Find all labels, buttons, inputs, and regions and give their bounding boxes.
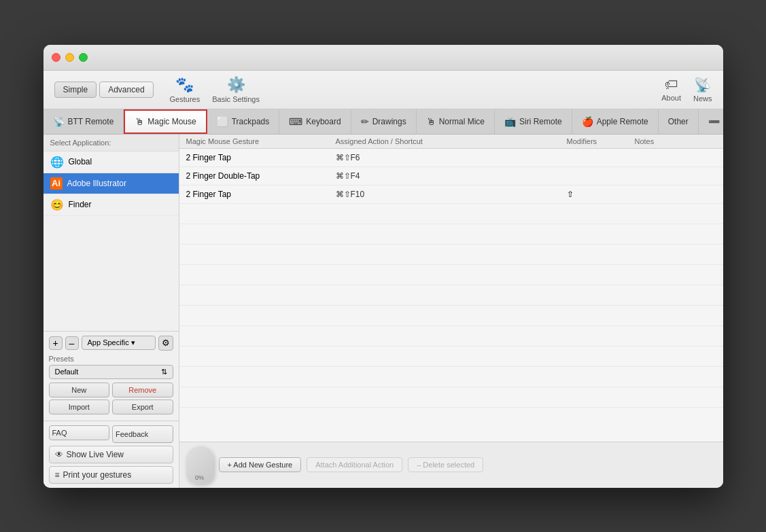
finder-icon: 😊 <box>50 198 64 211</box>
tab-apple-remote-label: Apple Remote <box>597 117 648 126</box>
faq-button[interactable]: FAQ <box>49 425 110 440</box>
attach-action-button[interactable]: Attach Additional Action <box>307 457 402 472</box>
add-gesture-button[interactable]: + Add New Gesture <box>219 457 302 472</box>
sidebar-item-global-label: Global <box>69 157 92 166</box>
settings-icon: ⚙️ <box>227 76 245 94</box>
news-icon-group[interactable]: 📡 News <box>693 77 712 103</box>
normal-mice-icon: 🖱 <box>426 116 436 127</box>
tab-keyboard[interactable]: ⌨ Keyboard <box>279 109 351 134</box>
gesture-row-empty-2 <box>179 224 723 245</box>
tab-trackpads[interactable]: ⬜ Trackpads <box>207 109 280 134</box>
toolbar-right: 🏷 About 📡 News <box>661 77 712 103</box>
import-button[interactable]: Import <box>49 400 110 414</box>
keyboard-icon: ⌨ <box>289 116 302 127</box>
print-gestures-button[interactable]: ≡ Print your gestures <box>49 466 173 484</box>
trackpad-icon: ⬜ <box>217 116 228 127</box>
add-app-button[interactable]: + <box>49 336 63 350</box>
tab-drawings[interactable]: ✏ Drawings <box>351 109 417 134</box>
print-icon: ≡ <box>55 470 60 480</box>
toolbar-icons: 🐾 Gestures ⚙️ Basic Settings <box>170 76 260 103</box>
tab-leap[interactable]: ➖ Leap <box>699 109 723 134</box>
app-specific-dropdown[interactable]: App Specific ▾ <box>82 336 156 350</box>
gesture-2-shortcut: ⌘⇧F4 <box>336 171 567 181</box>
main-window: Simple Advanced 🐾 Gestures ⚙️ Basic Sett… <box>43 45 723 488</box>
col-notes-header: Notes <box>635 137 716 145</box>
gesture-row-empty-4 <box>179 265 723 285</box>
gesture-3-name: 2 Finger Tap <box>186 190 336 199</box>
remove-app-button[interactable]: – <box>65 336 79 350</box>
gesture-table-header: Magic Mouse Gesture Assigned Action / Sh… <box>179 135 723 149</box>
bottom-buttons: FAQ Feedback 👁 Show Live View ≡ Print yo… <box>43 421 179 488</box>
tab-btt-remote-label: BTT Remote <box>68 117 114 126</box>
preset-new-remove-row: New Remove <box>49 383 173 397</box>
tab-siri-remote-label: Siri Remote <box>519 117 562 126</box>
tab-normal-mice[interactable]: 🖱 Normal Mice <box>417 109 495 134</box>
gesture-row-empty-9 <box>179 367 723 387</box>
gestures-icon-group[interactable]: 🐾 Gestures <box>170 76 201 103</box>
gesture-row-empty-6 <box>179 306 723 326</box>
gestures-label: Gestures <box>170 95 201 103</box>
remove-preset-button[interactable]: Remove <box>112 383 173 397</box>
tab-btt-remote[interactable]: 📡 BTT Remote <box>43 109 124 134</box>
export-button[interactable]: Export <box>112 400 173 414</box>
app-specific-label: App Specific ▾ <box>88 338 135 347</box>
global-icon: 🌐 <box>50 156 64 169</box>
tab-siri-remote[interactable]: 📺 Siri Remote <box>495 109 572 134</box>
gesture-row-empty-8 <box>179 347 723 367</box>
tab-trackpads-label: Trackpads <box>232 117 270 126</box>
sidebar-controls: + – App Specific ▾ ⚙ <box>49 336 173 351</box>
print-label: Print your gestures <box>63 470 132 480</box>
delete-selected-button[interactable]: – Delete selected <box>408 457 483 472</box>
about-icon-group[interactable]: 🏷 About <box>661 77 681 103</box>
advanced-button[interactable]: Advanced <box>99 82 153 98</box>
gesture-row-empty-3 <box>179 245 723 265</box>
gesture-row-2[interactable]: 2 Finger Double-Tap ⌘⇧F4 <box>179 167 723 185</box>
gesture-row-empty-1 <box>179 204 723 224</box>
new-preset-button[interactable]: New <box>49 383 110 397</box>
gesture-footer: 0% + Add New Gesture Attach Additional A… <box>179 442 723 488</box>
magic-mouse-icon: 🖱 <box>135 116 144 127</box>
about-label: About <box>661 94 681 102</box>
sidebar-item-finder[interactable]: 😊 Finder <box>43 194 179 216</box>
presets-label: Presets <box>49 355 173 363</box>
gesture-2-name: 2 Finger Double-Tap <box>186 171 336 181</box>
live-view-button[interactable]: 👁 Show Live View <box>49 446 173 463</box>
traffic-lights <box>52 53 88 62</box>
col-gesture-header: Magic Mouse Gesture <box>186 137 336 145</box>
feedback-button[interactable]: Feedback <box>112 425 173 443</box>
toolbar: Simple Advanced 🐾 Gestures ⚙️ Basic Sett… <box>43 71 723 109</box>
tab-magic-mouse[interactable]: 🖱 Magic Mouse <box>124 109 207 134</box>
gesture-1-shortcut: ⌘⇧F6 <box>336 153 567 162</box>
gesture-row-3[interactable]: 2 Finger Tap ⌘⇧F10 ⇧ <box>179 185 723 204</box>
leap-icon: ➖ <box>708 116 720 127</box>
gesture-row-1[interactable]: 2 Finger Tap ⌘⇧F6 <box>179 149 723 167</box>
paw-icon: 🐾 <box>175 76 194 94</box>
gesture-3-modifiers: ⇧ <box>567 190 635 199</box>
import-export-row: Import Export <box>49 400 173 414</box>
mouse-image: 0% <box>186 446 213 484</box>
close-button[interactable] <box>52 53 60 62</box>
tab-other[interactable]: Other <box>659 109 699 134</box>
sidebar-item-global[interactable]: 🌐 Global <box>43 152 179 173</box>
title-bar <box>43 45 723 71</box>
basic-settings-icon-group[interactable]: ⚙️ Basic Settings <box>212 76 260 103</box>
maximize-button[interactable] <box>79 53 88 62</box>
about-icon: 🏷 <box>665 77 678 92</box>
sidebar-list: 🌐 Global Ai Adobe Illustrator 😊 Finder <box>43 152 179 331</box>
tab-apple-remote[interactable]: 🍎 Apple Remote <box>572 109 659 134</box>
tab-magic-mouse-label: Magic Mouse <box>147 117 196 126</box>
sidebar: Select Application: 🌐 Global Ai Adobe Il… <box>43 135 179 488</box>
drawings-icon: ✏ <box>361 116 369 127</box>
btt-remote-icon: 📡 <box>53 116 65 127</box>
tab-drawings-label: Drawings <box>372 117 406 126</box>
sidebar-item-adobe-illustrator[interactable]: Ai Adobe Illustrator <box>43 173 179 194</box>
live-view-label: Show Live View <box>67 450 124 459</box>
minimize-button[interactable] <box>65 53 74 62</box>
simple-button[interactable]: Simple <box>54 82 97 98</box>
sidebar-item-illustrator-label: Adobe Illustrator <box>67 179 126 188</box>
sidebar-gear-button[interactable]: ⚙ <box>158 336 173 351</box>
gesture-row-empty-5 <box>179 285 723 306</box>
toolbar-mode-switcher: Simple Advanced <box>54 82 154 98</box>
presets-dropdown[interactable]: Default ⇅ <box>49 365 173 379</box>
col-modifiers-header: Modifiers <box>567 137 635 145</box>
